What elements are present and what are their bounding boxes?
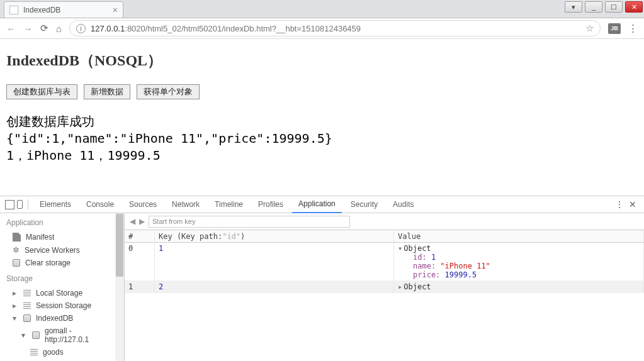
sidebar-item-local-storage[interactable]: ▸Local Storage	[0, 287, 124, 299]
window-caption-buttons: ▾ _ ☐ ✕	[563, 0, 644, 14]
url-text: 127.0.0.1:8020/html5_02/html50201/indexD…	[91, 24, 361, 33]
output-line-3: 1，iPhone 11，19999.5	[6, 147, 638, 164]
chevron-down-icon[interactable]: ▾	[398, 244, 402, 253]
inspect-icon[interactable]	[5, 200, 14, 209]
tab-profiles[interactable]: Profiles	[252, 196, 290, 213]
cell-key: 2	[155, 281, 394, 292]
idb-data-grid: # Key (Key path: "id") Value 0 1 ▾Object…	[125, 230, 644, 361]
chevron-down-icon: ▾	[13, 314, 18, 323]
browser-menu-icon[interactable]: ⋮	[628, 23, 638, 34]
col-index[interactable]: #	[125, 230, 155, 242]
tab-timeline[interactable]: Timeline	[208, 196, 249, 213]
page-icon	[9, 6, 18, 14]
tab-security[interactable]: Security	[344, 196, 384, 213]
objectstore-icon	[30, 349, 38, 355]
key-filter-input[interactable]: Start from key	[149, 216, 350, 228]
sidebar-item-manifest[interactable]: Manifest	[0, 231, 124, 243]
cell-index: 0	[125, 243, 155, 280]
idb-toolbar: ◀ ▶ Start from key	[125, 213, 644, 230]
separator	[28, 199, 28, 209]
get-object-button[interactable]: 获得单个对象	[137, 84, 200, 99]
site-info-icon[interactable]: i	[76, 24, 86, 33]
chevron-down-icon: ▾	[21, 331, 27, 340]
application-main: ◀ ▶ Start from key # Key (Key path: "id"…	[125, 213, 644, 361]
sidebar-item-store-goods[interactable]: goods	[0, 346, 124, 358]
application-sidebar: Application Manifest ✲Service Workers Cl…	[0, 213, 125, 361]
database-icon	[13, 259, 20, 267]
table-row[interactable]: 0 1 ▾Object id: 1 name: "iPhone 11" pric…	[125, 243, 644, 281]
tab-sources[interactable]: Sources	[123, 196, 163, 213]
prev-page-icon[interactable]: ◀	[130, 217, 135, 226]
cell-index: 1	[125, 281, 155, 292]
file-icon	[13, 233, 21, 242]
tab-console[interactable]: Console	[80, 196, 120, 213]
address-bar[interactable]: i 127.0.0.1:8020/html5_02/html50201/inde…	[69, 20, 601, 36]
next-page-icon[interactable]: ▶	[139, 217, 145, 226]
page-content: IndexedDB（NOSQL） 创建数据库与表 新增数据 获得单个对象 创建数…	[0, 39, 644, 170]
back-icon[interactable]: ←	[6, 23, 16, 34]
chevron-right-icon: ▸	[13, 301, 18, 310]
chevron-right-icon[interactable]: ▸	[398, 282, 402, 291]
output-line-2: {"id":1,"name":"iPhone 11","price":19999…	[6, 130, 638, 147]
sidebar-item-service-workers[interactable]: ✲Service Workers	[0, 243, 124, 257]
database-icon	[32, 331, 40, 339]
page-title: IndexedDB（NOSQL）	[6, 50, 638, 70]
close-window-button[interactable]: ✕	[625, 1, 643, 13]
grid-header: # Key (Key path: "id") Value	[125, 230, 644, 243]
dropdown-button[interactable]: ▾	[565, 1, 582, 13]
button-row: 创建数据库与表 新增数据 获得单个对象	[6, 84, 638, 99]
cell-key: 1	[155, 243, 394, 280]
storage-icon	[23, 290, 31, 296]
col-value[interactable]: Value	[394, 230, 644, 242]
output-text: 创建数据库成功 {"id":1,"name":"iPhone 11","pric…	[6, 113, 638, 164]
sidebar-item-clear-storage[interactable]: Clear storage	[0, 257, 124, 269]
sidebar-item-session-storage[interactable]: ▸Session Storage	[0, 299, 124, 312]
tab-audits[interactable]: Audits	[387, 196, 420, 213]
storage-icon	[23, 303, 31, 309]
col-key[interactable]: Key (Key path: "id")	[155, 230, 394, 242]
extension-badge[interactable]: JB	[608, 23, 621, 34]
gear-icon: ✲	[13, 245, 20, 255]
browser-tab[interactable]: IndexedDB ×	[4, 1, 123, 18]
tab-application[interactable]: Application	[292, 196, 342, 213]
reload-icon[interactable]: ⟳	[40, 23, 48, 34]
sidebar-section-storage: Storage	[0, 269, 124, 287]
forward-icon[interactable]: →	[23, 23, 33, 34]
tab-close-icon[interactable]: ×	[113, 5, 118, 15]
database-icon	[23, 314, 31, 322]
output-line-1: 创建数据库成功	[6, 113, 638, 130]
devtools-close-icon[interactable]: ✕	[626, 199, 639, 209]
sidebar-item-indexeddb[interactable]: ▾IndexedDB	[0, 312, 124, 325]
minimize-button[interactable]: _	[585, 1, 602, 13]
devtools-panel: Elements Console Sources Network Timelin…	[0, 196, 644, 361]
tab-elements[interactable]: Elements	[33, 196, 77, 213]
cell-value: ▾Object id: 1 name: "iPhone 11" price: 1…	[394, 243, 644, 280]
devtools-body: Application Manifest ✲Service Workers Cl…	[0, 213, 644, 361]
table-row[interactable]: 1 2 ▸Object	[125, 281, 644, 293]
home-icon[interactable]: ⌂	[56, 23, 62, 34]
device-toggle-icon[interactable]	[17, 200, 23, 209]
add-data-button[interactable]: 新增数据	[84, 84, 130, 99]
create-db-button[interactable]: 创建数据库与表	[6, 84, 77, 99]
browser-tabstrip: IndexedDB ×	[0, 0, 644, 18]
tab-title: IndexedDB	[23, 6, 60, 14]
browser-toolbar: ← → ⟳ ⌂ i 127.0.0.1:8020/html5_02/html50…	[0, 18, 644, 39]
maximize-button[interactable]: ☐	[605, 1, 623, 13]
sidebar-item-db-gomall[interactable]: ▾gomall - http://127.0.1	[0, 325, 124, 346]
sidebar-scrollbar[interactable]	[115, 213, 124, 361]
sidebar-section-application: Application	[0, 213, 124, 231]
devtools-tabbar: Elements Console Sources Network Timelin…	[0, 196, 644, 213]
cell-value: ▸Object	[394, 281, 644, 292]
bookmark-star-icon[interactable]: ☆	[585, 23, 594, 34]
devtools-menu-icon[interactable]: ⋮	[615, 199, 624, 209]
tab-network[interactable]: Network	[166, 196, 206, 213]
chevron-right-icon: ▸	[13, 289, 18, 297]
